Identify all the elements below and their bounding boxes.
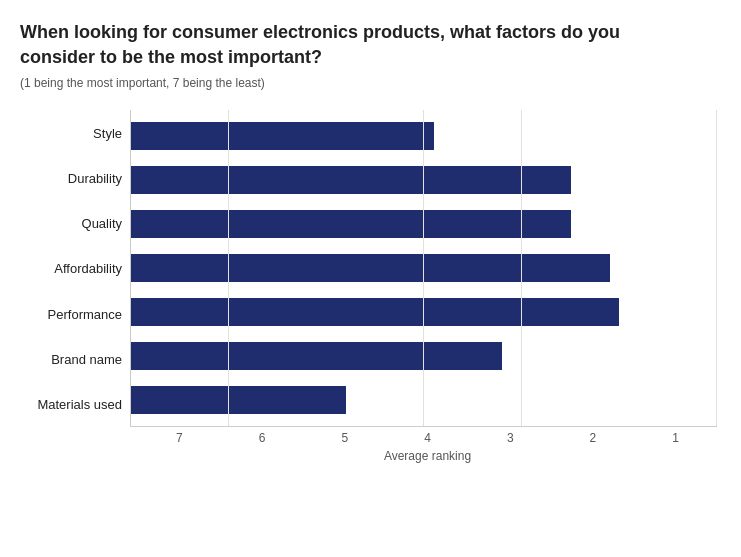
bar-row (131, 250, 717, 286)
x-tick: 6 (221, 431, 304, 445)
bar (131, 210, 571, 238)
chart-subtitle: (1 being the most important, 7 being the… (20, 76, 717, 90)
chart-area: StyleDurabilityQualityAffordabilityPerfo… (20, 110, 717, 463)
bar (131, 122, 434, 150)
y-label: Durability (30, 156, 122, 200)
y-label: Style (30, 111, 122, 155)
y-label: Affordability (30, 247, 122, 291)
x-axis: 7654321 (138, 431, 717, 445)
bar (131, 166, 571, 194)
x-tick: 4 (386, 431, 469, 445)
bar (131, 254, 610, 282)
bars-area (130, 110, 717, 427)
x-tick: 1 (634, 431, 717, 445)
x-tick: 3 (469, 431, 552, 445)
bar (131, 342, 502, 370)
bar (131, 386, 346, 414)
bar-row (131, 294, 717, 330)
x-tick: 7 (138, 431, 221, 445)
y-label: Materials used (30, 383, 122, 427)
y-label: Brand name (30, 337, 122, 381)
x-tick: 5 (303, 431, 386, 445)
y-label: Quality (30, 202, 122, 246)
x-tick: 2 (552, 431, 635, 445)
bar-row (131, 162, 717, 198)
bar-row (131, 382, 717, 418)
bar-row (131, 118, 717, 154)
chart-body: StyleDurabilityQualityAffordabilityPerfo… (30, 110, 717, 427)
x-axis-label: Average ranking (138, 449, 717, 463)
bar (131, 298, 619, 326)
bar-row (131, 338, 717, 374)
y-label: Performance (30, 292, 122, 336)
chart-title: When looking for consumer electronics pr… (20, 20, 700, 70)
bar-row (131, 206, 717, 242)
y-labels: StyleDurabilityQualityAffordabilityPerfo… (30, 110, 130, 427)
chart-container: When looking for consumer electronics pr… (20, 20, 717, 463)
